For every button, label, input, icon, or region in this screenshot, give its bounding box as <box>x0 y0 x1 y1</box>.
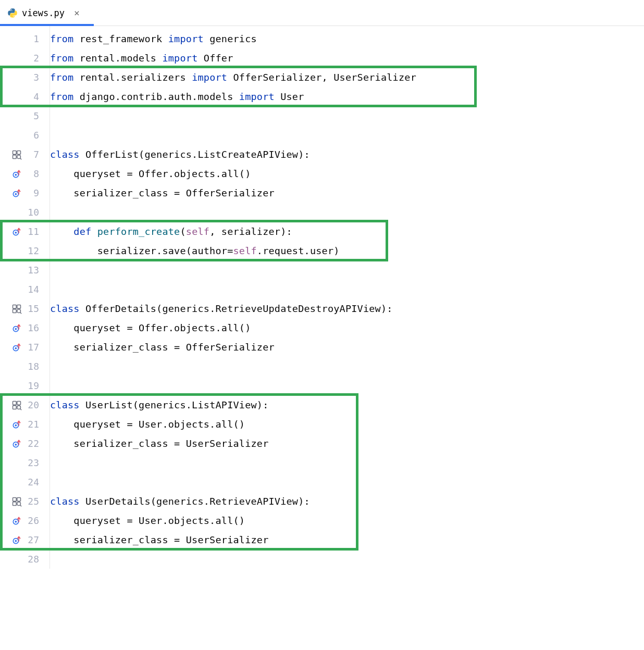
line-number: 6 <box>27 130 39 141</box>
override-icon[interactable] <box>11 419 22 430</box>
usages-icon[interactable] <box>11 399 22 411</box>
code-line[interactable]: serializer_class = UserSerializer <box>50 530 644 549</box>
gutter-line[interactable]: 16 <box>0 318 49 338</box>
tab-views-py[interactable]: views.py × <box>0 0 87 26</box>
code-line[interactable]: class OfferDetails(generics.RetrieveUpda… <box>50 299 644 318</box>
code-line[interactable] <box>50 260 644 280</box>
svg-line-33 <box>20 505 22 506</box>
gutter-line[interactable]: 3 <box>0 68 49 87</box>
gutter-line[interactable]: 22 <box>0 434 49 453</box>
override-icon[interactable] <box>11 226 22 238</box>
gutter-line[interactable]: 2 <box>0 48 49 68</box>
tab-bar: views.py × <box>0 0 644 26</box>
gutter-line[interactable]: 19 <box>0 376 49 395</box>
usages-icon[interactable] <box>11 303 22 315</box>
gutter-line[interactable]: 11 <box>0 222 49 241</box>
code-line[interactable]: from rest_framework import generics <box>50 29 644 48</box>
svg-point-37 <box>15 540 17 542</box>
gutter-line[interactable]: 14 <box>0 280 49 299</box>
gutter-line[interactable]: 26 <box>0 511 49 530</box>
code-line[interactable]: serializer_class = UserSerializer <box>50 434 644 453</box>
code-line[interactable]: def perform_create(self, serializer): <box>50 222 644 241</box>
override-icon[interactable] <box>11 168 22 180</box>
svg-point-6 <box>15 173 17 176</box>
svg-point-32 <box>17 502 21 505</box>
gutter-line[interactable]: 20 <box>0 395 49 415</box>
usages-icon[interactable] <box>11 149 22 160</box>
code-line[interactable]: class UserDetails(generics.RetrieveAPIVi… <box>50 492 644 511</box>
code-line[interactable] <box>50 549 644 569</box>
gutter-line[interactable]: 1 <box>0 29 49 48</box>
code-line[interactable] <box>50 357 644 376</box>
code-line[interactable]: class OfferList(generics.ListCreateAPIVi… <box>50 145 644 164</box>
gutter-line[interactable]: 6 <box>0 126 49 145</box>
code-line[interactable] <box>50 106 644 126</box>
override-icon[interactable] <box>11 515 22 527</box>
code-line[interactable]: queryset = Offer.objects.all() <box>50 164 644 183</box>
gutter-line[interactable]: 24 <box>0 472 49 492</box>
code-line[interactable]: from rental.serializers import OfferSeri… <box>50 68 644 87</box>
code-line[interactable] <box>50 376 644 395</box>
gutter-line[interactable]: 9 <box>0 183 49 203</box>
gutter-line[interactable]: 13 <box>0 260 49 280</box>
line-number: 10 <box>27 207 39 218</box>
svg-point-23 <box>17 405 21 409</box>
code-line[interactable] <box>50 453 644 472</box>
code-token: perform_create <box>97 226 180 237</box>
code-token: from <box>50 53 73 64</box>
code-token: rest_framework <box>73 33 168 44</box>
code-line[interactable] <box>50 126 644 145</box>
code-line[interactable]: serializer.save(author=self.request.user… <box>50 241 644 260</box>
gutter-line[interactable]: 8 <box>0 164 49 183</box>
gutter-line[interactable]: 28 <box>0 549 49 569</box>
svg-point-28 <box>15 443 17 445</box>
close-icon[interactable]: × <box>74 7 80 18</box>
code-line[interactable]: serializer_class = OfferSerializer <box>50 338 644 357</box>
svg-rect-21 <box>17 401 21 405</box>
override-icon[interactable] <box>11 534 22 546</box>
gutter-line[interactable]: 12 <box>0 241 49 260</box>
override-icon[interactable] <box>11 188 22 199</box>
line-number: 18 <box>27 361 39 372</box>
code-line[interactable]: from django.contrib.auth.models import U… <box>50 87 644 106</box>
code-line[interactable] <box>50 280 644 299</box>
code-token: class <box>50 399 85 410</box>
gutter-line[interactable]: 17 <box>0 338 49 357</box>
code-token: serializer_class = UserSerializer <box>50 438 269 449</box>
gutter-line[interactable]: 27 <box>0 530 49 549</box>
code-line[interactable]: class UserList(generics.ListAPIView): <box>50 395 644 415</box>
code-token: import <box>168 33 204 44</box>
code-line[interactable] <box>50 203 644 222</box>
code-line[interactable]: from rental.models import Offer <box>50 48 644 68</box>
code-line[interactable]: queryset = Offer.objects.all() <box>50 318 644 338</box>
code-token: queryset = Offer.objects.all() <box>50 168 251 179</box>
code-line[interactable]: serializer_class = OfferSerializer <box>50 183 644 203</box>
gutter-line[interactable]: 18 <box>0 357 49 376</box>
code-token: OfferSerializer, UserSerializer <box>227 72 416 83</box>
gutter-line[interactable]: 15 <box>0 299 49 318</box>
svg-rect-22 <box>13 405 17 409</box>
code-line[interactable] <box>50 472 644 492</box>
gutter-line[interactable]: 4 <box>0 87 49 106</box>
code-area[interactable]: from rest_framework import genericsfrom … <box>50 26 644 569</box>
override-icon[interactable] <box>11 322 22 334</box>
editor[interactable]: 1234567891011121314151617181920212223242… <box>0 26 644 650</box>
svg-rect-31 <box>13 502 17 505</box>
gutter-line[interactable]: 23 <box>0 453 49 472</box>
code-token: serializer_class = OfferSerializer <box>50 342 275 353</box>
svg-point-35 <box>15 520 17 522</box>
usages-icon[interactable] <box>11 496 22 507</box>
gutter-line[interactable]: 21 <box>0 415 49 434</box>
gutter-line[interactable]: 5 <box>0 106 49 126</box>
override-icon[interactable] <box>11 438 22 449</box>
svg-rect-20 <box>13 401 17 405</box>
code-line[interactable]: queryset = User.objects.all() <box>50 511 644 530</box>
code-line[interactable]: queryset = User.objects.all() <box>50 415 644 434</box>
line-number: 13 <box>27 265 39 276</box>
code-token: def <box>73 226 97 237</box>
gutter-line[interactable]: 7 <box>0 145 49 164</box>
gutter-line[interactable]: 25 <box>0 492 49 511</box>
code-token: import <box>162 53 197 64</box>
gutter-line[interactable]: 10 <box>0 203 49 222</box>
override-icon[interactable] <box>11 342 22 353</box>
